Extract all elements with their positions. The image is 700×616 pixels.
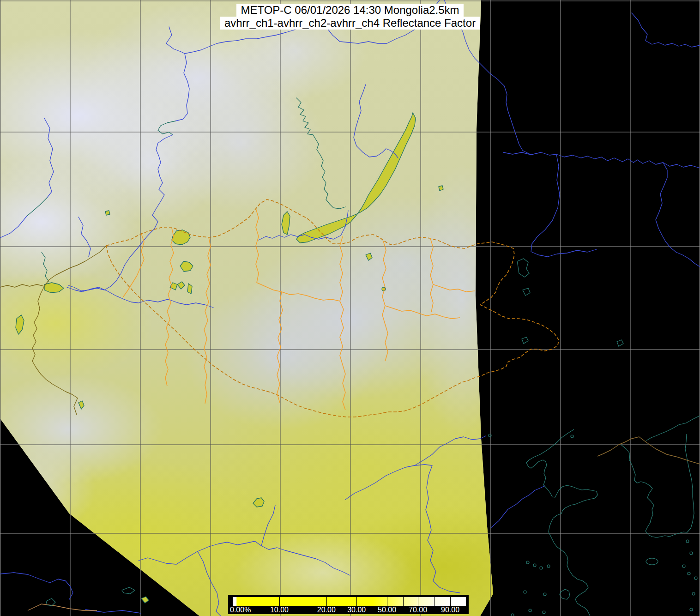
lake-tiny-c1	[253, 498, 264, 507]
lake-small-w3	[187, 284, 192, 294]
lake-khovsgol	[282, 211, 290, 235]
lakes	[16, 113, 443, 603]
coast-liaodong-ne	[646, 416, 700, 441]
satellite-product-view: METOP-C 06/01/2026 14:30 Mongolia2.5km a…	[0, 0, 700, 616]
lake-tiny-ne1	[439, 186, 443, 191]
title-header: METOP-C 06/01/2026 14:30 Mongolia2.5km a…	[0, 4, 700, 30]
rivers-black-region	[0, 0, 700, 613]
title-line-1: METOP-C 06/01/2026 14:30 Mongolia2.5km	[236, 4, 463, 17]
lake-tiny-c2	[141, 597, 149, 603]
island-loop	[560, 589, 570, 599]
lake-baikal	[296, 113, 416, 243]
lake-tiny-mid	[366, 253, 372, 260]
colorbar-labels: 0.00%10.0020.0030.0050.0070.0090.00	[232, 606, 466, 614]
island-jeju	[646, 558, 658, 565]
lake-markakol	[16, 315, 24, 334]
borders-west-brown	[0, 246, 106, 415]
map-overlay	[0, 0, 700, 616]
lake-small-w2	[177, 282, 185, 289]
reflectance-colorbar: 0.00%10.0020.0030.0050.0070.0090.00	[228, 595, 469, 614]
lake-khyargas	[180, 261, 193, 272]
colorbar-ticks	[232, 597, 466, 606]
borders	[0, 199, 700, 464]
lake-uvs	[172, 230, 190, 245]
coast-bohai-shandong	[526, 429, 597, 616]
lake-tiny-sw	[78, 401, 84, 409]
lake-elong-w	[44, 283, 64, 293]
lake-tiny-ne2	[105, 211, 110, 215]
title-line-2: avhrr_ch1-avhrr_ch2-avhrr_ch4 Reflectanc…	[220, 17, 480, 30]
coastlines	[489, 416, 700, 616]
border-yalu-region	[597, 437, 700, 464]
rivers-land	[0, 0, 486, 616]
small-islands	[489, 434, 697, 616]
